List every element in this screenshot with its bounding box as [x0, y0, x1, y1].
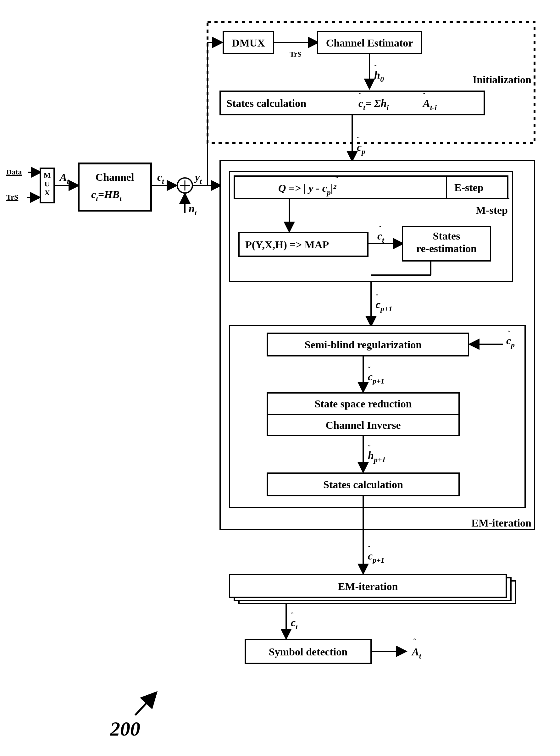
trs-label: TrS	[6, 193, 18, 201]
data-label: Data	[6, 168, 22, 176]
estep-label: E-step	[454, 182, 484, 193]
cinv-label: Channel Inverse	[326, 419, 401, 431]
nt-label: nt	[189, 203, 197, 217]
sre-l1: States	[433, 230, 460, 242]
cp1c-lbl: cp+1	[368, 550, 384, 564]
fig-arrow	[135, 693, 156, 715]
At-hat: ˆ	[414, 637, 416, 645]
init-label: Initialization	[473, 74, 532, 85]
mux-x: X	[44, 189, 50, 197]
q-caron: ˇ	[336, 176, 338, 184]
fig-label: 200	[110, 718, 140, 740]
mux-m: M	[44, 171, 51, 179]
sc2-label: States calculation	[323, 479, 403, 490]
sc-init-label: States calculation	[226, 98, 306, 109]
channel-box	[79, 163, 151, 211]
ct-out: ct	[157, 171, 164, 185]
trs2-label: TrS	[289, 50, 302, 58]
mstep-label: M-step	[476, 204, 508, 216]
sbr-label: Semi-blind regularization	[305, 339, 422, 350]
ct2-lbl: ct	[291, 617, 298, 631]
em-outer-label: EM-iteration	[471, 517, 532, 529]
At-out: At	[411, 646, 422, 660]
map-label: P(Y,X,H) => MAP	[245, 239, 329, 251]
channel-title: Channel	[96, 171, 134, 183]
emit-label: EM-iteration	[338, 580, 398, 592]
mux-u: U	[44, 180, 50, 188]
sd-label: Symbol detection	[269, 646, 347, 658]
dmux-label: DMUX	[232, 37, 265, 49]
At-label: At	[59, 171, 69, 185]
h0-label: h0	[374, 69, 384, 83]
ce-label: Channel Estimator	[326, 37, 413, 49]
sre-l2: re-estimation	[416, 243, 477, 254]
ssr-label: State space reduction	[315, 398, 412, 410]
yt-label: yt	[194, 171, 202, 185]
